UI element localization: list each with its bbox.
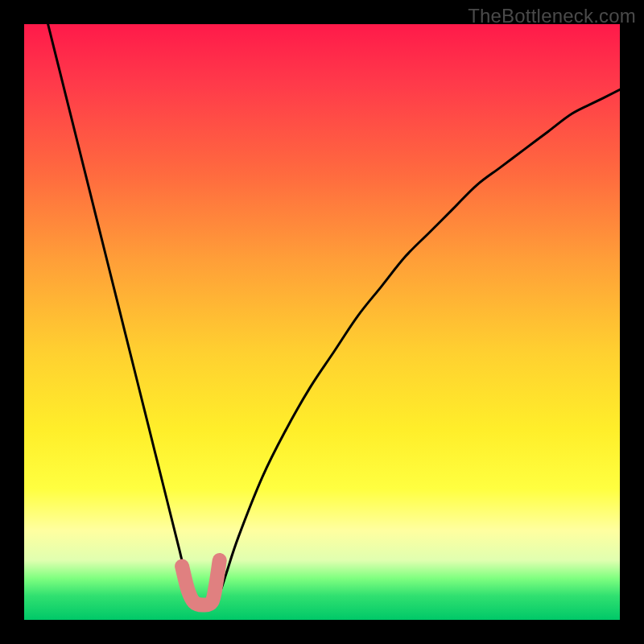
- chart-overlay: [24, 24, 620, 620]
- plot-area: [24, 24, 620, 620]
- bottleneck-curve: [48, 24, 620, 609]
- optimal-marker: [182, 560, 220, 605]
- watermark-text: TheBottleneck.com: [468, 5, 636, 27]
- chart-canvas: TheBottleneck.com: [0, 0, 644, 644]
